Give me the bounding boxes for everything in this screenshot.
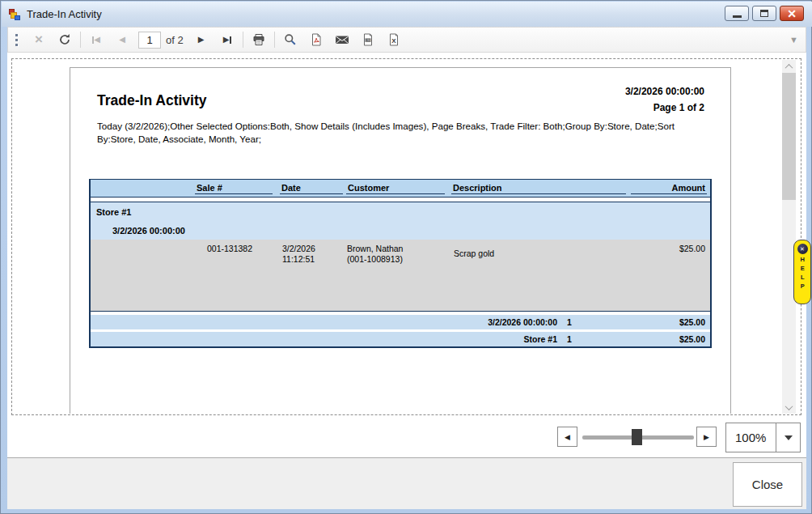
maximize-icon	[760, 10, 768, 17]
report-title: Trade-In Activity	[97, 92, 207, 109]
toolbar-grip-icon[interactable]	[15, 34, 18, 46]
bottom-panel: Close	[7, 457, 806, 509]
last-page-icon	[230, 36, 231, 44]
header-amount: Amount	[631, 183, 707, 194]
zoom-level-combobox[interactable]: 100%	[725, 423, 801, 452]
report-page-number: Page 1 of 2	[653, 102, 704, 113]
chevron-down-icon	[785, 402, 793, 410]
window-frame: Trade-In Activity ✕ × ◀ ◀ of 2 ▶ ▶	[0, 0, 812, 514]
help-icon: ✕	[797, 244, 808, 254]
scrollbar-thumb[interactable]	[782, 73, 796, 200]
client-area: × ◀ ◀ of 2 ▶ ▶	[7, 27, 806, 509]
subtotal-store-amount: $25.00	[572, 334, 710, 344]
email-button[interactable]	[329, 29, 355, 50]
toolbar-separator	[80, 32, 81, 48]
magnifier-icon	[284, 33, 297, 46]
printer-icon	[252, 33, 265, 46]
cancel-icon: ×	[35, 32, 43, 48]
subtotal-date-amount: $25.00	[572, 317, 710, 327]
refresh-button[interactable]	[52, 29, 78, 50]
csv-icon: CSV	[362, 33, 374, 46]
minimize-button[interactable]	[725, 6, 749, 21]
preview-vertical-scrollbar[interactable]	[782, 60, 796, 414]
cell-customer-name: Brown, Nathan	[347, 244, 448, 254]
subtotal-store-label: Store #1	[91, 334, 557, 344]
export-csv-button[interactable]: CSV	[355, 29, 381, 50]
previous-page-button[interactable]: ◀	[109, 29, 135, 50]
subtotal-date-row: 3/2/2026 00:00:00 1 $25.00	[91, 315, 710, 329]
header-customer: Customer	[346, 183, 445, 194]
pdf-icon	[310, 33, 323, 46]
zoom-level-value: 100%	[726, 431, 776, 444]
envelope-icon	[335, 33, 349, 46]
zoom-out-button[interactable]: ◀	[557, 427, 577, 447]
app-icon-blue-square	[15, 15, 20, 20]
chevron-up-icon	[785, 63, 793, 71]
app-icon	[8, 8, 21, 21]
previous-page-icon: ◀	[119, 36, 125, 44]
header-sale: Sale #	[195, 183, 273, 194]
maximize-button[interactable]	[752, 6, 776, 21]
close-button-label: Close	[752, 478, 783, 491]
scrollbar-up-button[interactable]	[782, 60, 796, 73]
chevron-down-icon	[785, 435, 793, 440]
subtotal-date-label: 3/2/2026 00:00:00	[91, 317, 557, 327]
export-pdf-button[interactable]	[303, 29, 329, 50]
report-datetime: 3/2/2026 00:00:00	[625, 86, 704, 97]
svg-text:X: X	[391, 37, 396, 45]
first-page-button[interactable]: ◀	[83, 29, 109, 50]
minimize-icon	[733, 15, 742, 18]
table-header-row: Sale # Date Customer Description Amount	[91, 179, 710, 198]
scrollbar-down-button[interactable]	[782, 401, 796, 414]
header-description: Description	[451, 183, 626, 194]
zoom-search-button[interactable]	[277, 29, 303, 50]
table-row: 001-131382 3/2/2026 11:12:51 Brown, Nath…	[91, 240, 710, 312]
next-page-icon: ▶	[198, 36, 205, 44]
zoom-left-icon: ◀	[565, 433, 570, 441]
close-button[interactable]: Close	[733, 462, 802, 507]
toolbar-separator	[274, 32, 275, 48]
titlebar[interactable]: Trade-In Activity ✕	[2, 2, 812, 27]
report-filter-summary: Today (3/2/2026);Other Selected Options:…	[97, 120, 683, 146]
excel-icon: X	[387, 33, 400, 46]
close-window-button[interactable]: ✕	[780, 6, 804, 21]
trade-in-table: Sale # Date Customer Description Amount …	[89, 179, 712, 348]
report-preview-area: 3/2/2026 00:00:00 Page 1 of 2 Trade-In A…	[7, 53, 806, 418]
zoom-in-button[interactable]: ▶	[696, 427, 717, 447]
cell-amount: $25.00	[630, 244, 710, 253]
toolbar-separator	[243, 32, 243, 48]
cell-customer-id: (001-1008913)	[347, 254, 448, 265]
zoom-right-icon: ▶	[704, 433, 709, 441]
header-indent	[91, 180, 195, 197]
cell-date-line2: 11:12:51	[282, 254, 345, 265]
group-block: Store #1 3/2/2026 00:00:00	[91, 202, 710, 240]
close-icon: ✕	[787, 7, 797, 20]
report-page: 3/2/2026 00:00:00 Page 1 of 2 Trade-In A…	[70, 67, 731, 414]
group-date-label: 3/2/2026 00:00:00	[91, 222, 710, 240]
cancel-rendering-button[interactable]: ×	[26, 29, 52, 50]
cell-sale-number: 001-131382	[195, 244, 276, 253]
cell-description: Scrap gold	[448, 244, 630, 258]
zoom-slider-thumb[interactable]	[632, 429, 642, 445]
page-count-label: of 2	[166, 34, 184, 46]
print-button[interactable]	[246, 29, 272, 50]
svg-text:CSV: CSV	[365, 39, 371, 42]
page-number-input[interactable]	[138, 32, 161, 49]
help-tab[interactable]: ✕ HELP	[793, 240, 811, 304]
window-title: Trade-In Activity	[27, 8, 102, 20]
last-page-button[interactable]: ▶	[214, 29, 240, 50]
refresh-icon	[58, 33, 71, 46]
cell-date-line1: 3/2/2026	[282, 244, 345, 254]
next-page-button[interactable]: ▶	[188, 29, 214, 50]
zoom-dropdown-button[interactable]	[776, 423, 800, 452]
header-date: Date	[280, 183, 343, 194]
subtotal-store-row: Store #1 1 $25.00	[91, 332, 710, 346]
help-tab-label: HELP	[799, 256, 806, 291]
group-store-label: Store #1	[91, 202, 710, 222]
report-toolbar: × ◀ ◀ of 2 ▶ ▶	[7, 27, 806, 53]
export-excel-button[interactable]: X	[381, 29, 407, 50]
toolbar-options-dropdown[interactable]: ▼	[789, 35, 798, 45]
